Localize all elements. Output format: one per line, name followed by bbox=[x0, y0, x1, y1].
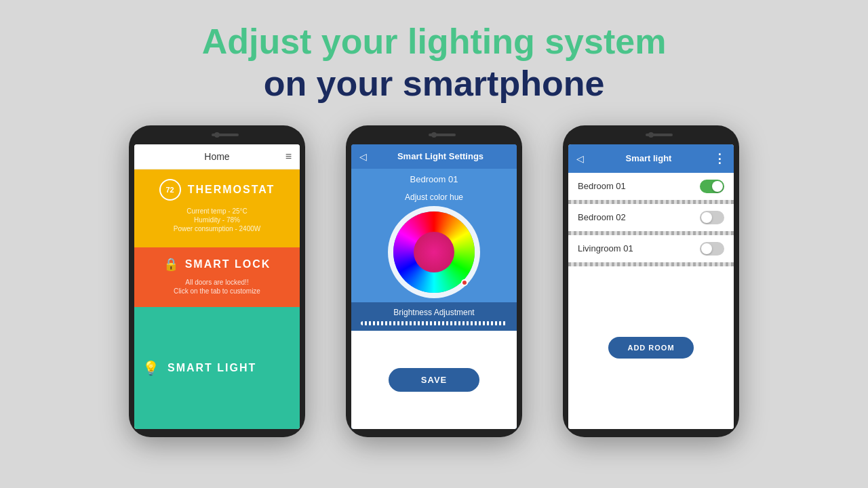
phone-home-screen: Home ≡ 72 THERMOSTAT Current temp - 25°C… bbox=[134, 144, 300, 429]
phone1-menu-icon[interactable]: ≡ bbox=[285, 151, 292, 162]
room-toggle[interactable] bbox=[700, 242, 724, 256]
brightness-slider[interactable] bbox=[361, 321, 507, 325]
phone-room-list: ◁ Smart light ⋮ Bedroom 01Bedroom 02Livi… bbox=[563, 125, 739, 437]
thermostat-label: THERMOSTAT bbox=[188, 184, 275, 196]
color-wheel-inner bbox=[414, 232, 454, 272]
room-toggle[interactable] bbox=[700, 180, 724, 193]
phone-color-settings: ◁ Smart Light Settings Bedroom 01 Adjust… bbox=[346, 125, 522, 437]
room-list: Bedroom 01Bedroom 02Livingroom 01 bbox=[568, 173, 734, 266]
room-toggle[interactable] bbox=[700, 211, 724, 224]
smartlock-section[interactable]: 🔒 SMART LOCK All doors are locked!! Clic… bbox=[134, 247, 300, 307]
add-room-button[interactable]: ADD ROOM bbox=[608, 337, 693, 359]
headline-highlight: lighting system bbox=[408, 22, 666, 61]
thermostat-stat1: Current temp - 25°C bbox=[174, 207, 260, 215]
save-button[interactable]: SAVE bbox=[389, 368, 479, 392]
phone2-adjust-label: Adjust color hue bbox=[351, 190, 517, 205]
phone3-screen: ◁ Smart light ⋮ Bedroom 01Bedroom 02Livi… bbox=[568, 144, 734, 429]
save-section: SAVE bbox=[351, 331, 517, 429]
thermostat-icon: 72 bbox=[159, 179, 181, 201]
headline-prefix: Adjust your bbox=[202, 22, 408, 61]
smartlock-stat1: All doors are locked!! bbox=[174, 279, 260, 286]
phone2-title: Smart Light Settings bbox=[372, 151, 509, 161]
phone1-topbar: Home ≡ bbox=[134, 144, 300, 169]
color-wheel-container[interactable] bbox=[351, 205, 517, 300]
thermostat-stat3: Power consumption - 2400W bbox=[174, 225, 260, 232]
phone2-back-icon[interactable]: ◁ bbox=[359, 151, 367, 162]
room-item-label: Livingroom 01 bbox=[578, 243, 633, 253]
phone2-room-label: Bedroom 01 bbox=[351, 169, 517, 190]
smartlight-label: SMART LIGHT bbox=[167, 362, 256, 374]
thermostat-stats: Current temp - 25°C Humidity - 78% Power… bbox=[174, 206, 260, 234]
smartlock-top-row: 🔒 SMART LOCK bbox=[163, 257, 271, 272]
thermostat-stat2: Humidity - 78% bbox=[174, 216, 260, 224]
phone2-screen: ◁ Smart Light Settings Bedroom 01 Adjust… bbox=[351, 144, 517, 429]
room-item-label: Bedroom 01 bbox=[578, 181, 626, 191]
toggle-knob bbox=[701, 212, 712, 223]
color-wheel[interactable] bbox=[393, 211, 475, 293]
headline-line2: on your smartphone bbox=[202, 62, 667, 104]
bulb-icon: 💡 bbox=[142, 360, 159, 376]
toggle-knob bbox=[701, 243, 712, 254]
header: Adjust your lighting system on your smar… bbox=[202, 0, 667, 119]
phone-home: Home ≡ 72 THERMOSTAT Current temp - 25°C… bbox=[129, 125, 305, 437]
room-item: Bedroom 01 bbox=[568, 173, 734, 200]
smartlight-section[interactable]: 💡 SMART LIGHT bbox=[134, 307, 300, 429]
phone2-topbar: ◁ Smart Light Settings bbox=[351, 144, 517, 169]
phone3-topbar: ◁ Smart light ⋮ bbox=[568, 144, 734, 173]
phone3-back-icon[interactable]: ◁ bbox=[576, 153, 584, 164]
thermostat-section[interactable]: 72 THERMOSTAT Current temp - 25°C Humidi… bbox=[134, 169, 300, 247]
color-selector-dot bbox=[461, 279, 468, 286]
headline-line1: Adjust your lighting system bbox=[202, 20, 667, 62]
smartlock-label: SMART LOCK bbox=[185, 258, 271, 270]
phone1-title: Home bbox=[204, 151, 229, 162]
room-item: Bedroom 02 bbox=[568, 204, 734, 231]
phone3-more-icon[interactable]: ⋮ bbox=[713, 151, 726, 166]
smartlock-stat2: Click on the tab to customize bbox=[174, 287, 260, 295]
room-item-label: Bedroom 02 bbox=[578, 212, 626, 222]
add-room-section: ADD ROOM bbox=[568, 266, 734, 429]
room-item: Livingroom 01 bbox=[568, 235, 734, 262]
brightness-label: Brightness Adjustment bbox=[361, 308, 507, 317]
lock-icon: 🔒 bbox=[163, 257, 178, 272]
toggle-knob bbox=[712, 181, 723, 192]
thermostat-top-row: 72 THERMOSTAT bbox=[159, 179, 275, 201]
phones-container: Home ≡ 72 THERMOSTAT Current temp - 25°C… bbox=[129, 119, 739, 437]
brightness-section: Brightness Adjustment bbox=[351, 302, 517, 331]
phone3-title: Smart light bbox=[589, 153, 708, 163]
smartlock-stats: All doors are locked!! Click on the tab … bbox=[174, 277, 260, 296]
